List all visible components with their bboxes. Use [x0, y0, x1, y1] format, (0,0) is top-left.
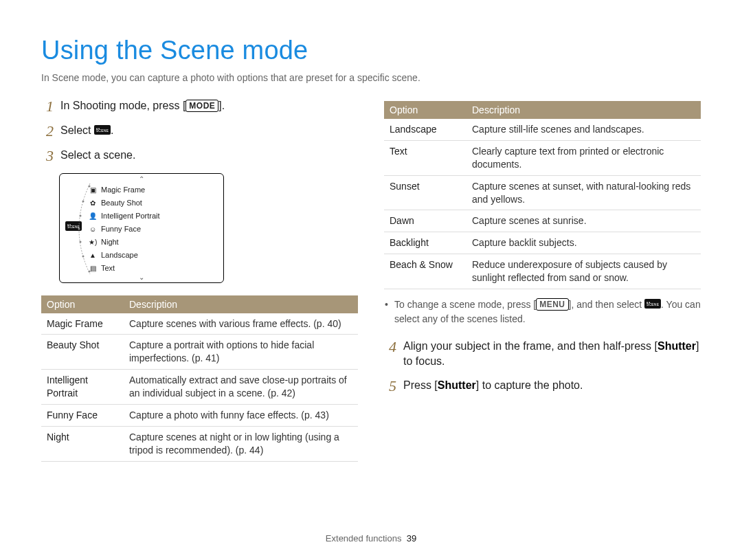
menu-item-label: Landscape: [101, 251, 138, 259]
intelligent-portrait-icon: 👤: [89, 212, 97, 220]
shutter-label: Shutter: [657, 340, 696, 352]
table-row: BacklightCapture backlit subjects.: [384, 232, 701, 254]
col-option: Option: [384, 101, 466, 119]
menu-item-label: Night: [101, 238, 119, 246]
steps-list-left: 1 In Shooting mode, press [MODE]. 2 Sele…: [41, 98, 358, 165]
step-number: 1: [41, 98, 54, 115]
two-column-layout: 1 In Shooting mode, press [MODE]. 2 Sele…: [41, 98, 701, 462]
col-description: Description: [466, 101, 701, 119]
magic-frame-icon: ▣: [89, 186, 97, 194]
cell-option: Text: [384, 140, 466, 175]
cell-option: Dawn: [384, 210, 466, 232]
step-2: 2 Select ••.: [41, 123, 358, 139]
scene-menu-item-selected: ▣Magic Frame: [89, 183, 218, 197]
scene-menu-item: ★)Night: [89, 236, 218, 249]
step-4: 4 Align your subject in the frame, and t…: [384, 339, 701, 370]
table-row: TextClearly capture text from printed or…: [384, 140, 701, 175]
step-text: Press [: [403, 379, 438, 391]
note-text: ], and then select: [569, 299, 645, 310]
scene-menu-item: 👤Intelligent Portrait: [89, 210, 218, 223]
table-row: NightCapture scenes at night or in low l…: [41, 426, 358, 461]
scene-menu-figure: ⌃ ⌄ •• ▣Magic Frame ✿Beauty Shot 👤Inte: [59, 173, 224, 283]
step-text: In Shooting mode, press [: [60, 100, 186, 111]
scene-mode-icon: ••: [644, 299, 661, 309]
text-icon: ▤: [89, 265, 97, 272]
shutter-label: Shutter: [438, 379, 476, 391]
svg-point-3: [78, 227, 80, 229]
table-row: SunsetCapture scenes at sunset, with nat…: [384, 175, 701, 210]
scene-menu-item: ▤Text: [89, 262, 218, 275]
steps-list-right: 4 Align your subject in the frame, and t…: [384, 339, 701, 394]
step-text: ].: [218, 100, 225, 111]
scene-menu-item: ✿Beauty Shot: [89, 197, 218, 210]
cell-desc: Capture still-life scenes and landscapes…: [466, 119, 701, 140]
menu-item-label: Intelligent Portrait: [101, 212, 160, 220]
bullet-icon: •: [384, 298, 389, 326]
table-row: Beauty ShotCapture a portrait with optio…: [41, 335, 358, 370]
cell-desc: Automatically extract and save close-up …: [124, 370, 358, 405]
landscape-icon: ▲: [89, 251, 97, 259]
step-3: 3 Select a scene.: [41, 148, 358, 164]
note-text: To change a scene mode, press [: [394, 299, 536, 310]
chevron-up-icon: ⌃: [139, 175, 144, 183]
footer-section: Extended functions: [326, 533, 402, 544]
cell-option: Sunset: [384, 175, 466, 210]
cell-desc: Capture backlit subjects.: [466, 232, 701, 254]
step-1: 1 In Shooting mode, press [MODE].: [41, 98, 358, 115]
options-table-right: Option Description LandscapeCapture stil…: [384, 101, 701, 289]
mode-button-badge: MODE: [186, 100, 218, 112]
svg-point-1: [82, 200, 85, 202]
manual-page: Using the Scene mode In Scene mode, you …: [0, 0, 742, 560]
cell-desc: Capture scenes with various frame effect…: [124, 313, 358, 335]
page-title: Using the Scene mode: [41, 36, 701, 65]
scene-mode-icon: ••: [94, 125, 111, 135]
cell-desc: Reduce underexposure of subjects caused …: [466, 254, 701, 289]
step-5: 5 Press [Shutter] to capture the photo.: [384, 378, 701, 394]
page-footer: Extended functions 39: [0, 533, 742, 544]
cell-desc: Clearly capture text from printed or ele…: [466, 140, 701, 175]
options-table-left: Option Description Magic FrameCapture sc…: [41, 295, 358, 462]
step-body: Align your subject in the frame, and the…: [403, 339, 701, 370]
funny-face-icon: ☺: [89, 225, 97, 233]
beauty-shot-icon: ✿: [89, 199, 97, 207]
svg-point-5: [82, 255, 85, 257]
cell-desc: Capture a photo with funny face effects.…: [124, 405, 358, 427]
scene-menu-item: ☺Funny Face: [89, 223, 218, 236]
cell-option: Night: [41, 426, 124, 461]
cell-option: Magic Frame: [41, 313, 124, 335]
step-number: 5: [384, 378, 396, 394]
step-text: ] to capture the photo.: [476, 379, 583, 391]
note-body: To change a scene mode, press [MENU], an…: [394, 298, 701, 326]
cell-option: Funny Face: [41, 405, 124, 427]
scene-note: • To change a scene mode, press [MENU], …: [384, 298, 701, 326]
table-row: DawnCapture scenes at sunrise.: [384, 210, 701, 232]
left-column: 1 In Shooting mode, press [MODE]. 2 Sele…: [41, 98, 358, 462]
table-row: Magic FrameCapture scenes with various f…: [41, 313, 358, 335]
table-row: Beach & SnowReduce underexposure of subj…: [384, 254, 701, 289]
cell-option: Landscape: [384, 119, 466, 140]
scene-menu-list: ▣Magic Frame ✿Beauty Shot 👤Intelligent P…: [89, 183, 218, 275]
step-number: 2: [41, 123, 54, 139]
col-description: Description: [124, 295, 358, 313]
step-body: Select a scene.: [60, 148, 358, 163]
cell-desc: Capture scenes at sunset, with natural-l…: [466, 175, 701, 210]
menu-item-label: Beauty Shot: [101, 199, 142, 207]
night-icon: ★): [89, 238, 97, 246]
svg-point-2: [80, 214, 82, 216]
cell-desc: Capture a portrait with options to hide …: [124, 335, 358, 370]
cell-option: Beauty Shot: [41, 335, 124, 370]
cell-desc: Capture scenes at sunrise.: [466, 210, 701, 232]
menu-item-label: Text: [101, 264, 115, 272]
svg-point-4: [80, 240, 82, 243]
page-intro: In Scene mode, you can capture a photo w…: [41, 72, 701, 83]
menu-item-label: Magic Frame: [101, 186, 145, 194]
cell-desc: Capture scenes at night or in low lighti…: [124, 426, 358, 461]
cell-option: Beach & Snow: [384, 254, 466, 289]
table-header-row: Option Description: [384, 101, 701, 119]
step-body: Select ••.: [60, 123, 358, 138]
cell-option: Backlight: [384, 232, 466, 254]
page-number: 39: [407, 533, 416, 544]
step-text: Select: [60, 124, 94, 136]
scene-menu-item: ▲Landscape: [89, 249, 218, 262]
table-header-row: Option Description: [41, 295, 358, 313]
